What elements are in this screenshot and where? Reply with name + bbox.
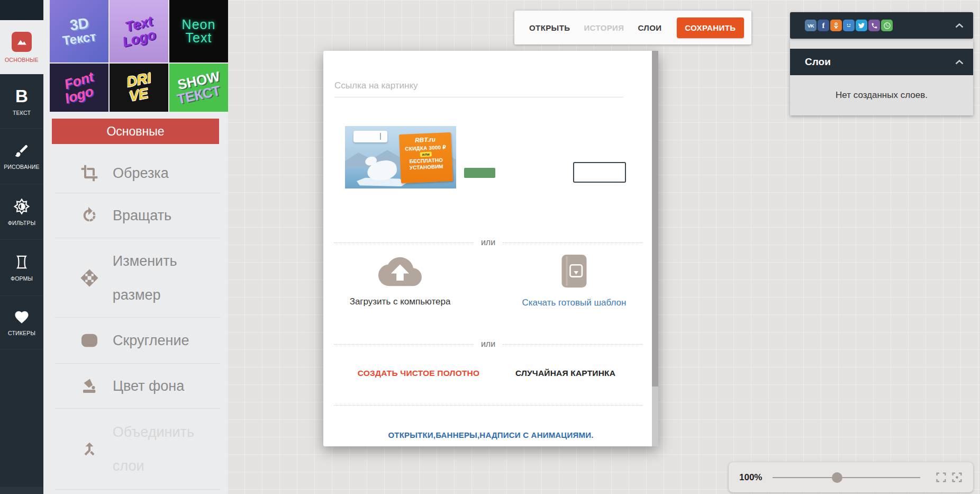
zoom-slider[interactable]: [773, 472, 920, 483]
tool-label: Изменить размер: [113, 244, 221, 312]
tools-panel: 3D Текст Text Logo Neon Text Font logo D…: [43, 0, 228, 494]
sidebar-item-osnovnye[interactable]: ОСНОВНЫЕ: [0, 20, 43, 75]
template-tile-font-logo[interactable]: Font logo: [50, 64, 108, 112]
thumbnail-free-line2: УСТАНОВИМ: [410, 164, 443, 171]
rounding-icon: [79, 333, 100, 348]
load-url-button[interactable]: [464, 168, 495, 178]
main-sidebar: ОСНОВНЫЕ B ТЕКСТ РИСОВАНИЕ ФИЛЬТРЫ ФОРМЫ: [0, 0, 43, 494]
image-icon: [12, 32, 32, 52]
sidebar-item-tekst[interactable]: B ТЕКСТ: [0, 75, 43, 129]
twitter-icon[interactable]: [856, 20, 867, 31]
template-tile-show-tekst[interactable]: SHOW ТЕКСТ: [169, 64, 228, 112]
create-blank-canvas-link[interactable]: СОЗДАТЬ ЧИСТОЕ ПОЛОТНО: [329, 369, 509, 378]
collapse-layers-chevron-icon[interactable]: [955, 49, 964, 75]
thumbnail-brand: RBT.ru: [415, 136, 436, 144]
tool-label: Объединить слои: [113, 415, 221, 483]
tool-label: Обрезка: [113, 157, 169, 189]
shapes-icon: [14, 254, 29, 271]
random-image-link[interactable]: СЛУЧАЙНАЯ КАРТИНКА: [509, 369, 622, 378]
sidebar-item-label: ФОРМЫ: [11, 275, 33, 282]
layers-panel-header[interactable]: Слои: [790, 49, 973, 75]
tool-item-rotate[interactable]: Вращать: [55, 193, 221, 238]
sidebar-item-label: РИСОВАНИЕ: [4, 164, 40, 170]
or-divider-1: или: [334, 238, 642, 247]
animations-footer-link[interactable]: ОТКРЫТКИ,БАННЕРЫ,НАДПИСИ С АНИМАЦИЯМИ.: [323, 430, 658, 439]
viber-icon[interactable]: [868, 20, 880, 31]
sidebar-item-stikery[interactable]: СТИКЕРЫ: [0, 296, 43, 349]
brush-icon: [14, 143, 30, 159]
sidebar-item-label: ОСНОВНЫЕ: [5, 57, 39, 63]
moy-mir-icon[interactable]: [843, 20, 855, 31]
divider: [334, 405, 642, 406]
tool-label: Скругление: [113, 325, 189, 356]
template-download-icon: [560, 281, 588, 290]
or-divider-2: или: [334, 339, 642, 349]
zoom-slider-track[interactable]: [773, 477, 920, 479]
whatsapp-icon[interactable]: [881, 20, 893, 31]
size-input[interactable]: [573, 162, 626, 183]
sidebar-item-risovanie[interactable]: РИСОВАНИЕ: [0, 129, 43, 184]
sidebar-item-label: ТЕКСТ: [13, 110, 31, 116]
thumbnail-ad-panel: RBT.ru СКИДКА 3000 ₽ или БЕСПЛАТНО УСТАН…: [399, 132, 453, 183]
template-preview-thumbnail[interactable]: RBT.ru СКИДКА 3000 ₽ или БЕСПЛАТНО УСТАН…: [345, 126, 456, 188]
save-button[interactable]: СОХРАНИТЬ: [677, 17, 744, 38]
or-label: или: [481, 339, 495, 349]
layers-title: Слои: [805, 56, 831, 68]
upload-label: Загрузить с компьютера: [329, 297, 471, 307]
template-tile-3d-text[interactable]: 3D Текст: [50, 0, 108, 62]
vk-icon[interactable]: VK: [805, 20, 816, 31]
zoom-slider-thumb[interactable]: [832, 472, 842, 483]
tools-list: Обрезка Вращать Изменить размер Скруглен…: [43, 154, 228, 490]
layers-panel: Слои Нет созданных слоев.: [790, 39, 973, 115]
filter-icon: [13, 198, 30, 215]
facebook-icon[interactable]: f: [818, 20, 829, 31]
layers-button[interactable]: СЛОИ: [638, 23, 662, 32]
fill-color-icon: [79, 377, 100, 395]
modal-scrollbar-track[interactable]: [652, 51, 658, 446]
template-tile-neon-text[interactable]: Neon Text: [169, 0, 228, 62]
odnoklassniki-icon[interactable]: [830, 20, 842, 31]
sidebar-item-formy[interactable]: ФОРМЫ: [0, 240, 43, 296]
sidebar-item-label: СТИКЕРЫ: [8, 330, 35, 336]
resize-icon: [79, 269, 100, 287]
sidebar-top-spacer: [0, 0, 43, 20]
collapse-social-chevron-icon[interactable]: [955, 12, 964, 39]
thumbnail-air-conditioner: [353, 131, 387, 142]
tool-label: Цвет фона: [113, 370, 184, 402]
merge-layers-icon: [79, 441, 100, 457]
sidebar-item-label: ФИЛЬТРЫ: [8, 220, 35, 226]
thumbnail-or-badge: или: [420, 152, 432, 157]
tool-item-rounding[interactable]: Скругление: [55, 318, 221, 364]
modal-scrollbar-thumb[interactable]: [652, 51, 658, 387]
tool-item-resize[interactable]: Изменить размер: [55, 238, 221, 318]
zoom-value: 100%: [739, 472, 762, 483]
image-url-input[interactable]: [334, 74, 623, 97]
crop-icon: [79, 165, 100, 182]
tool-item-background-color[interactable]: Цвет фона: [55, 364, 221, 409]
template-tile-drive[interactable]: DRI VE: [110, 64, 168, 112]
tools-panel-header[interactable]: Основные: [52, 119, 219, 144]
tool-item-crop[interactable]: Обрезка: [55, 154, 221, 193]
social-share-bar: VK f: [790, 12, 973, 39]
open-button[interactable]: ОТКРЫТЬ: [529, 23, 570, 32]
or-label: или: [481, 238, 495, 247]
template-tile-text-logo[interactable]: Text Logo: [110, 0, 168, 62]
template-link-label: Скачать готовый шаблон: [500, 298, 648, 308]
heart-icon: [13, 309, 30, 325]
download-template[interactable]: Скачать готовый шаблон: [500, 254, 648, 308]
upload-from-computer[interactable]: Загрузить с компьютера: [329, 256, 471, 307]
center-view-icon[interactable]: [951, 472, 963, 483]
bold-b-icon: B: [15, 87, 28, 105]
thumbnail-discount: СКИДКА 3000 ₽: [405, 144, 446, 151]
image-source-modal: RBT.ru СКИДКА 3000 ₽ или БЕСПЛАТНО УСТАН…: [323, 51, 658, 446]
template-tiles-strip: 3D Текст Text Logo Neon Text Font logo D…: [50, 0, 228, 112]
sidebar-item-filtry[interactable]: ФИЛЬТРЫ: [0, 184, 43, 240]
zoom-control-bar: 100%: [729, 462, 973, 492]
tool-label: Вращать: [113, 200, 171, 231]
cloud-upload-icon: [378, 280, 422, 289]
tool-item-merge-layers: Объединить слои: [55, 409, 221, 490]
fit-screen-icon[interactable]: [936, 472, 947, 483]
history-button: ИСТОРИЯ: [584, 23, 624, 32]
top-toolbar: ОТКРЫТЬ ИСТОРИЯ СЛОИ СОХРАНИТЬ: [514, 11, 751, 44]
layers-empty-message: Нет созданных слоев.: [790, 75, 973, 115]
